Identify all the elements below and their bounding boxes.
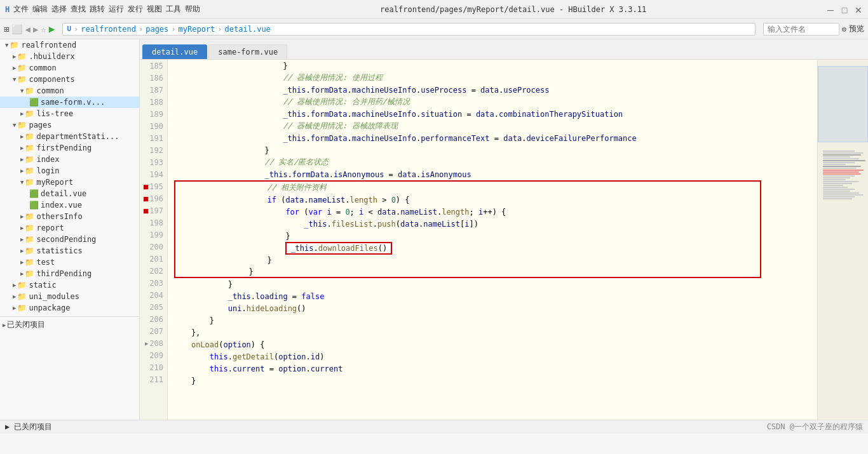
breadcrumb-pages[interactable]: pages — [146, 25, 168, 34]
sidebar-item-same-form[interactable]: 🟩 same-form.v... — [0, 97, 139, 108]
toolbar-new[interactable]: ⊞ — [4, 24, 9, 34]
label-static: static — [29, 281, 56, 290]
label-lis-tree: lis-tree — [36, 109, 73, 118]
tab-detail-vue[interactable]: detail.vue — [142, 44, 207, 59]
code-line-187: _this.formData.machineUseInfo.useProcess… — [173, 84, 812, 96]
maximize-button[interactable]: □ — [840, 5, 849, 14]
menu-edit[interactable]: 编辑 — [32, 4, 48, 15]
sidebar-item-closed-projects[interactable]: ▶ 已关闭项目 — [0, 316, 139, 331]
sidebar-item-test[interactable]: ▶ 📁 test — [0, 257, 139, 268]
sidebar-item-uni-modules[interactable]: ▶ 📁 uni_modules — [0, 291, 139, 302]
code-line-211: } — [173, 375, 812, 387]
arrow-department-stati: ▶ — [20, 133, 24, 140]
ln-193: 193 — [140, 156, 167, 168]
toolbar-back[interactable]: ◀ — [25, 24, 30, 34]
editor-content: 185 186 187 188 189 190 191 192 193 194 … — [140, 60, 868, 420]
toolbar-open[interactable]: ⬜ — [11, 24, 22, 34]
ln-196: ■196 — [140, 192, 167, 204]
tab-same-form-vue[interactable]: same-form.vue — [208, 44, 287, 59]
sidebar-item-realfrontend[interactable]: ▼ 📁 realfrontend — [0, 39, 139, 51]
label-same-form: same-form.v... — [41, 98, 105, 107]
sidebar-item-statistics[interactable]: ▶ 📁 statistics — [0, 245, 139, 257]
sidebar-item-hbuilderx[interactable]: ▶ 📁 .hbuilderx — [0, 51, 139, 62]
toolbar-forward[interactable]: ▶ — [33, 24, 38, 34]
ln-194: 194 — [140, 168, 167, 180]
code-line-207: }, — [173, 326, 812, 338]
menu-run[interactable]: 运行 — [109, 4, 124, 15]
code-line-204: _this.loading = false — [173, 290, 812, 302]
breadcrumb-realfrontend[interactable]: realfrontend — [81, 25, 136, 34]
menu-view[interactable]: 视图 — [147, 4, 162, 15]
ln-201: 201 — [140, 253, 167, 265]
sidebar-item-detail-vue[interactable]: 🟩 detail.vue — [0, 188, 139, 199]
code-line-189: _this.formData.machineUseInfo.situation … — [173, 108, 812, 120]
sidebar-item-index-vue[interactable]: 🟩 index.vue — [0, 199, 139, 211]
sidebar-item-second-pending[interactable]: ▶ 📁 secondPending — [0, 234, 139, 245]
menu-jump[interactable]: 跳转 — [90, 4, 105, 15]
toolbar: ⊞ ⬜ ◀ ▶ ☆ ▶ U › realfrontend › pages › m… — [0, 19, 868, 39]
code-line-193: // 实名/匿名状态 — [173, 156, 812, 168]
window-title: realfrontend/pages/myReport/detail.vue -… — [380, 5, 646, 14]
menu-select[interactable]: 选择 — [51, 4, 67, 15]
menu-publish[interactable]: 发行 — [128, 4, 143, 15]
ln-186: 186 — [140, 72, 167, 84]
sidebar-item-others-info[interactable]: ▶ 📁 othersInfo — [0, 211, 139, 222]
sidebar-item-unpackage[interactable]: ▶ 📁 unpackage — [0, 302, 139, 314]
sidebar-item-static[interactable]: ▶ 📁 static — [0, 279, 139, 291]
breadcrumb-file[interactable]: detail.vue — [225, 25, 271, 34]
sidebar-item-pages[interactable]: ▼ 📁 pages — [0, 119, 139, 131]
close-button[interactable]: ✕ — [854, 5, 863, 14]
ln-192: 192 — [140, 144, 167, 156]
label-closed-projects: 已关闭项目 — [7, 319, 45, 330]
arrow-static: ▶ — [13, 282, 16, 288]
sidebar-item-report[interactable]: ▶ 📁 report — [0, 222, 139, 234]
arrow-hbuilderx: ▶ — [13, 53, 16, 60]
menu-find[interactable]: 查找 — [71, 4, 86, 15]
ln-210: 210 — [140, 361, 167, 373]
arrow-closed: ▶ — [3, 322, 6, 328]
project-indicator: U — [67, 25, 71, 33]
arrow-realfrontend: ▼ — [5, 42, 8, 48]
sidebar-item-common-sub[interactable]: ▼ 📁 common — [0, 85, 139, 97]
sidebar-item-index[interactable]: ▶ 📁 index — [0, 154, 139, 165]
sidebar-item-lis-tree[interactable]: ▶ 📁 lis-tree — [0, 108, 139, 119]
label-department-stati: departmentStati... — [36, 132, 119, 141]
sidebar-item-components[interactable]: ▼ 📁 components — [0, 74, 139, 85]
menu-file[interactable]: 文件 — [13, 4, 29, 15]
sidebar: ▼ 📁 realfrontend ▶ 📁 .hbuilderx ▶ 📁 comm… — [0, 39, 140, 420]
label-third-pending: thirdPending — [36, 269, 92, 278]
file-icon-detail-vue: 🟩 — [29, 189, 39, 198]
preview-button[interactable]: 预览 — [849, 23, 864, 34]
code-line-203: } — [173, 278, 812, 290]
toolbar-bookmark[interactable]: ☆ — [41, 24, 46, 34]
file-search-input[interactable] — [763, 23, 839, 36]
arrow-components: ▼ — [13, 76, 16, 83]
sidebar-item-common[interactable]: ▶ 📁 common — [0, 62, 139, 74]
minimap-viewport — [818, 66, 868, 142]
folder-icon-components: 📁 — [17, 75, 27, 84]
sidebar-item-my-report[interactable]: ▼ 📁 myReport — [0, 177, 139, 188]
arrow-test: ▶ — [20, 259, 24, 265]
sidebar-item-department-stati[interactable]: ▶ 📁 departmentStati... — [0, 131, 139, 142]
menu-help[interactable]: 帮助 — [185, 4, 200, 15]
filter-icon[interactable]: ⚙ — [842, 25, 846, 34]
sidebar-item-login[interactable]: ▶ 📁 login — [0, 165, 139, 177]
ln-188: 188 — [140, 96, 167, 108]
menu-tools[interactable]: 工具 — [166, 4, 181, 15]
closed-projects-bottom[interactable]: ▶ 已关闭项目 — [5, 422, 52, 432]
minimize-button[interactable]: ─ — [826, 5, 835, 14]
breadcrumb-myreport[interactable]: myReport — [179, 25, 215, 34]
minimap — [817, 60, 868, 420]
code-editor[interactable]: } // 器械使用情况: 使用过程 _this.formData.machine… — [168, 60, 817, 420]
breadcrumb-sep3: › — [171, 25, 175, 34]
sidebar-item-first-pending[interactable]: ▶ 📁 firstPending — [0, 142, 139, 154]
title-bar-left: H 文件 编辑 选择 查找 跳转 运行 发行 视图 工具 帮助 — [5, 4, 200, 15]
breadcrumb-sep1: › — [74, 25, 78, 34]
arrow-statistics: ▶ — [20, 248, 24, 254]
ln-197: ■197 — [140, 204, 167, 217]
title-bar: H 文件 编辑 选择 查找 跳转 运行 发行 视图 工具 帮助 realfron… — [0, 0, 868, 19]
toolbar-run[interactable]: ▶ — [49, 23, 55, 35]
arrow-report: ▶ — [20, 225, 24, 231]
sidebar-item-third-pending[interactable]: ▶ 📁 thirdPending — [0, 268, 139, 279]
folder-icon-hbuilderx: 📁 — [17, 52, 27, 61]
